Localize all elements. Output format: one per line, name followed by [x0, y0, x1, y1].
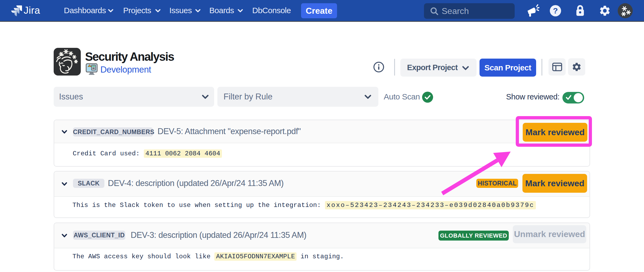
- svg-text:?: ?: [553, 6, 558, 15]
